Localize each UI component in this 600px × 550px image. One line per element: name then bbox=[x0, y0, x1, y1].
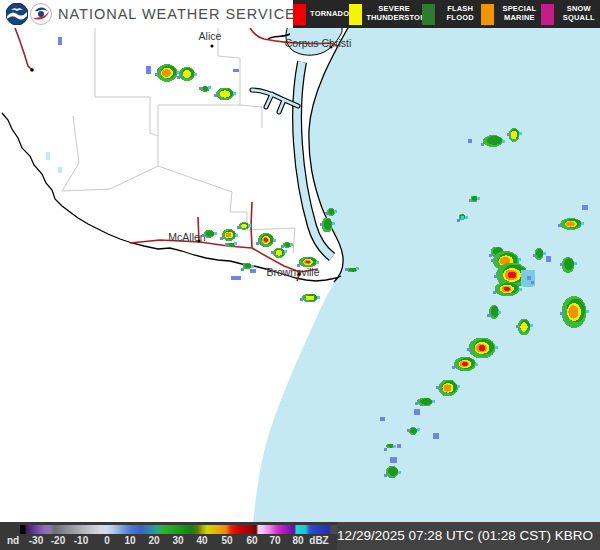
storm-cell bbox=[250, 269, 256, 273]
warning-swatch bbox=[481, 4, 494, 25]
reflectivity-colorbar bbox=[20, 525, 337, 534]
warning-label: TORNADO bbox=[310, 10, 349, 19]
colorbar-tick-70: 70 bbox=[269, 535, 280, 546]
warning-item-flash-flood: FLASH FLOOD bbox=[422, 4, 481, 25]
colorbar-tick-20: 20 bbox=[148, 535, 159, 546]
storm-cell bbox=[521, 270, 535, 287]
storm-cell bbox=[582, 205, 588, 210]
site-title: NATIONAL WEATHER SERVICE bbox=[58, 0, 296, 28]
storm-cell bbox=[58, 37, 62, 45]
colorbar-tick-80: 80 bbox=[292, 535, 303, 546]
storm-cell bbox=[233, 69, 239, 72]
city-label-mcallen: McAllen bbox=[168, 231, 206, 243]
timestamp-text: 12/29/2025 07:28 UTC (01:28 CST) KBRO bbox=[337, 522, 593, 550]
colorbar-tick--10: -10 bbox=[74, 535, 88, 546]
radar-page: NATIONAL WEATHER SERVICE TORNADOSEVERE T… bbox=[0, 0, 600, 550]
warning-label: FLASH FLOOD bbox=[439, 5, 481, 22]
colorbar-tick--20: -20 bbox=[51, 535, 65, 546]
warning-item-severe-thunderstorm: SEVERE THUNDERSTORM bbox=[349, 4, 422, 25]
river-lake bbox=[46, 152, 50, 160]
bottom-bar: nd-30-20-1001020304050607080dBZ 12/29/20… bbox=[0, 522, 600, 550]
storm-cell bbox=[380, 417, 385, 421]
storm-cell bbox=[433, 433, 439, 439]
storm-cell bbox=[414, 409, 420, 415]
noaa-logo-icon bbox=[6, 3, 28, 25]
storm-cell bbox=[397, 444, 401, 448]
header-bar: NATIONAL WEATHER SERVICE TORNADOSEVERE T… bbox=[0, 0, 600, 28]
storm-cell bbox=[546, 256, 551, 262]
city-label-corpus-christi: Corpus Christi bbox=[285, 37, 352, 49]
warning-swatch bbox=[349, 4, 362, 25]
colorbar-tick-30: 30 bbox=[172, 535, 183, 546]
colorbar-tick-nd: nd bbox=[7, 535, 19, 546]
storm-cell bbox=[146, 66, 151, 74]
storm-cell bbox=[231, 276, 241, 280]
warning-label: SEVERE THUNDERSTORM bbox=[366, 5, 422, 22]
warning-item-special-marine: SPECIAL MARINE bbox=[481, 4, 540, 25]
warning-swatch bbox=[422, 4, 435, 25]
storm-cell bbox=[390, 457, 397, 463]
warning-label: SPECIAL MARINE bbox=[498, 5, 540, 22]
colorbar-tick-50: 50 bbox=[221, 535, 232, 546]
colorbar-tick-10: 10 bbox=[124, 535, 135, 546]
city-label-alice: Alice bbox=[199, 30, 222, 42]
warning-swatch bbox=[541, 4, 554, 25]
warning-label: SNOW SQUALL bbox=[558, 5, 600, 22]
colorbar-tick-dBZ: dBZ bbox=[309, 535, 328, 546]
colorbar-tick--30: -30 bbox=[29, 535, 43, 546]
radar-map: AliceCorpus ChristiMcAllenBrownsville bbox=[0, 28, 600, 522]
storm-cell bbox=[468, 139, 472, 143]
nws-logo-icon bbox=[30, 3, 52, 25]
colorbar-tick-60: 60 bbox=[246, 535, 257, 546]
river-lake bbox=[58, 167, 62, 173]
warning-legend: TORNADOSEVERE THUNDERSTORMFLASH FLOODSPE… bbox=[293, 0, 600, 28]
colorbar-tick-40: 40 bbox=[196, 535, 207, 546]
city-label-brownsville: Brownsville bbox=[266, 266, 319, 278]
warning-item-snow-squall: SNOW SQUALL bbox=[541, 4, 600, 25]
colorbar-tick-0: 0 bbox=[104, 535, 110, 546]
warning-swatch bbox=[293, 4, 306, 25]
warning-item-tornado: TORNADO bbox=[293, 4, 349, 25]
